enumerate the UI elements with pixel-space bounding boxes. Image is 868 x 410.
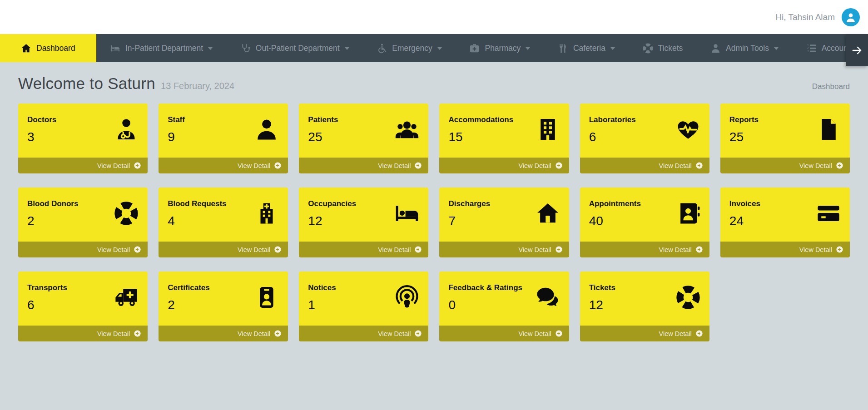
card-body: Invoices24 — [720, 188, 850, 242]
view-detail-label: View Detail — [518, 330, 551, 337]
address-book-icon — [676, 201, 700, 226]
chevron-down-icon — [345, 47, 349, 50]
card-body: Doctors3 — [18, 104, 148, 158]
heart-pulse-icon — [676, 117, 700, 142]
view-detail-button[interactable]: View Detail — [159, 242, 288, 257]
nav-item-out-patient-department[interactable]: Out-Patient Department — [226, 34, 362, 62]
view-detail-button[interactable]: View Detail — [580, 326, 709, 341]
view-detail-button[interactable]: View Detail — [159, 158, 288, 173]
card-transports: Transports6View Detail — [18, 272, 148, 341]
view-detail-button[interactable]: View Detail — [580, 242, 709, 257]
id-badge-icon — [254, 285, 279, 310]
main-content: Welcome to Saturn 13 February, 2024 Dash… — [0, 62, 868, 341]
card-body: Tickets12 — [580, 272, 709, 326]
life-ring-icon — [114, 201, 139, 226]
navbar: DashboardIn-Patient DepartmentOut-Patien… — [0, 34, 868, 62]
circle-arrow-right-icon — [274, 246, 282, 253]
card-body: Certificates2 — [159, 272, 288, 326]
circle-arrow-right-icon — [134, 162, 141, 169]
nav-item-label: Tickets — [658, 44, 683, 53]
user-icon — [845, 12, 856, 23]
topbar: Hi, Tahsin Alam — [0, 0, 868, 34]
building-icon — [536, 117, 560, 142]
card-body: Notices1 — [299, 272, 428, 326]
card-notices: Notices1View Detail — [299, 272, 428, 341]
card-appointments: Appointments40View Detail — [580, 188, 709, 257]
card-body: Laboratories6 — [580, 104, 709, 158]
ambulance-icon — [114, 285, 139, 310]
users-icon — [395, 117, 419, 142]
view-detail-button[interactable]: View Detail — [18, 326, 148, 341]
circle-arrow-right-icon — [836, 246, 843, 253]
nav-item-admin-tools[interactable]: Admin Tools — [697, 34, 793, 62]
circle-arrow-right-icon — [555, 162, 563, 169]
nav-item-dashboard[interactable]: Dashboard — [0, 34, 96, 62]
nav-item-label: Pharmacy — [485, 44, 521, 53]
card-occupancies: Occupancies12View Detail — [299, 188, 428, 257]
page-header: Welcome to Saturn 13 February, 2024 Dash… — [18, 62, 850, 104]
circle-arrow-right-icon — [274, 162, 282, 169]
card-invoices: Invoices24View Detail — [720, 188, 850, 257]
circle-arrow-right-icon — [695, 246, 703, 253]
view-detail-button[interactable]: View Detail — [720, 158, 850, 173]
podcast-icon — [395, 285, 419, 310]
view-detail-label: View Detail — [97, 246, 130, 253]
card-blood-requests: Blood Requests4View Detail — [159, 188, 288, 257]
card-feedback-ratings: Feedback & Ratings0View Detail — [439, 272, 569, 341]
view-detail-button[interactable]: View Detail — [299, 158, 428, 173]
card-body: Reports25 — [720, 104, 850, 158]
nav-item-pharmacy[interactable]: Pharmacy — [456, 34, 544, 62]
view-detail-button[interactable]: View Detail — [439, 158, 569, 173]
nav-items: DashboardIn-Patient DepartmentOut-Patien… — [0, 34, 868, 62]
page-date: 13 February, 2024 — [161, 81, 234, 91]
card-body: Appointments40 — [580, 188, 709, 242]
view-detail-label: View Detail — [799, 162, 832, 169]
nav-item-tickets[interactable]: Tickets — [629, 34, 696, 62]
bed-icon — [110, 43, 120, 54]
avatar[interactable] — [842, 8, 860, 26]
view-detail-label: View Detail — [659, 162, 692, 169]
card-certificates: Certificates2View Detail — [159, 272, 288, 341]
view-detail-button[interactable]: View Detail — [580, 158, 709, 173]
arrow-right-icon — [851, 44, 863, 56]
nav-item-label: Dashboard — [36, 44, 75, 53]
chevron-down-icon — [208, 47, 213, 50]
view-detail-button[interactable]: View Detail — [18, 242, 148, 257]
view-detail-button[interactable]: View Detail — [159, 326, 288, 341]
view-detail-button[interactable]: View Detail — [299, 242, 428, 257]
nav-item-cafeteria[interactable]: Cafeteria — [544, 34, 629, 62]
card-body: Occupancies12 — [299, 188, 428, 242]
card-patients: Patients25View Detail — [299, 104, 428, 173]
view-detail-button[interactable]: View Detail — [439, 326, 569, 341]
view-detail-label: View Detail — [97, 330, 130, 337]
view-detail-label: View Detail — [518, 246, 551, 253]
card-tickets: Tickets12View Detail — [580, 272, 709, 341]
cards-grid: Doctors3View DetailStaff9View DetailPati… — [18, 104, 850, 341]
circle-arrow-right-icon — [555, 246, 563, 253]
circle-arrow-right-icon — [414, 162, 422, 169]
chevron-down-icon — [437, 47, 442, 50]
view-detail-button[interactable]: View Detail — [439, 242, 569, 257]
list-ol-icon — [806, 43, 817, 54]
view-detail-label: View Detail — [518, 162, 551, 169]
view-detail-label: View Detail — [97, 162, 130, 169]
view-detail-button[interactable]: View Detail — [299, 326, 428, 341]
circle-arrow-right-icon — [555, 330, 563, 337]
nav-scroll-right-button[interactable] — [846, 34, 868, 66]
nav-item-emergency[interactable]: Emergency — [363, 34, 456, 62]
view-detail-button[interactable]: View Detail — [18, 158, 148, 173]
utensils-icon — [558, 43, 568, 54]
view-detail-label: View Detail — [659, 330, 692, 337]
nav-item-label: In-Patient Department — [125, 44, 203, 53]
house-icon — [536, 201, 560, 226]
card-body: Accommodations15 — [439, 104, 569, 158]
chevron-down-icon — [526, 47, 530, 50]
view-detail-label: View Detail — [238, 246, 270, 253]
view-detail-button[interactable]: View Detail — [720, 242, 850, 257]
circle-arrow-right-icon — [695, 162, 703, 169]
file-icon — [816, 117, 841, 142]
nav-item-label: Out-Patient Department — [256, 44, 340, 53]
chevron-down-icon — [610, 47, 615, 50]
nav-item-in-patient-department[interactable]: In-Patient Department — [96, 34, 227, 62]
chevron-down-icon — [774, 47, 779, 50]
